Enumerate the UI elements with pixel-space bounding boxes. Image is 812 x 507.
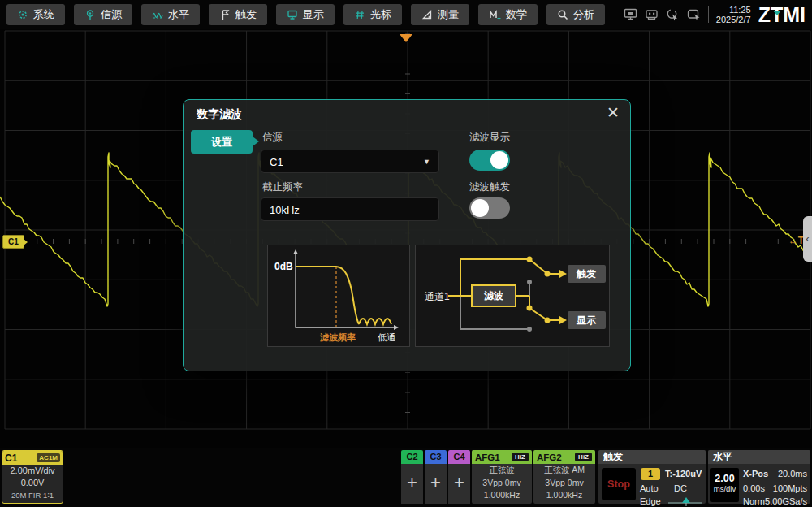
cursor-hash-icon <box>354 9 365 20</box>
c1-ground-marker[interactable]: C1 <box>2 235 24 249</box>
run-stop-indicator[interactable]: Stop <box>602 468 636 500</box>
zero-db-label: 0dB <box>274 261 293 272</box>
filter-freq-label: 滤波频率 <box>319 332 356 342</box>
math-icon <box>489 9 501 20</box>
trigger-level-marker[interactable]: ←T <box>788 235 804 246</box>
channel-c4-block[interactable]: C4 + <box>448 450 470 504</box>
menu-label: 触发 <box>235 7 257 22</box>
oscilloscope-screen: 系统 信源 水平 触发 显示 光标 测量 数学 <box>0 0 812 507</box>
trigger-level[interactable]: T:-120uV <box>665 469 702 479</box>
tab-settings[interactable]: 设置 <box>191 130 253 154</box>
c2-header: C2 <box>401 450 423 464</box>
menu-label: 显示 <box>303 7 324 22</box>
afg1-header: AFG1 HiZ <box>472 450 532 464</box>
filter-trigger-label: 滤波触发 <box>469 180 510 194</box>
trigger-sweep[interactable]: Auto <box>640 483 659 493</box>
xpos-label: X-Pos <box>743 469 768 479</box>
digital-filter-dialog: 数字滤波 ✕ 设置 信源 C1 ▼ 截止频率 10kHz 滤波显示 滤波触发 0… <box>183 99 631 371</box>
c4-add-button[interactable]: + <box>448 464 470 504</box>
c3-header: C3 <box>425 450 447 464</box>
menu-button-measure[interactable]: 测量 <box>411 4 469 25</box>
menu-button-cursor[interactable]: 光标 <box>343 4 402 25</box>
channel-c3-block[interactable]: C3 + <box>425 450 447 504</box>
signal-path-panel: 滤波 触发 显示 通道1 <box>415 245 610 347</box>
trigger-flag-icon <box>219 9 231 20</box>
afg2-frequency: 1.000kHz <box>533 489 595 502</box>
c2-add-button[interactable]: + <box>401 464 423 504</box>
acq-mode[interactable]: Norm <box>743 496 765 506</box>
source-value: C1 <box>270 156 283 168</box>
brand-logo: ZTMI <box>758 3 806 27</box>
trigger-switch-arm <box>529 259 547 274</box>
c1-scale: 2.00mV/div <box>2 465 63 477</box>
menu-button-system[interactable]: 系统 <box>6 4 65 25</box>
menu-button-analyze[interactable]: 分析 <box>546 4 605 25</box>
sample-rate: 5.00GSa/s <box>765 496 807 506</box>
xpos-value[interactable]: 0.00s <box>743 483 765 493</box>
screen-share-icon[interactable] <box>624 8 637 21</box>
filter-display-toggle[interactable] <box>469 150 510 171</box>
c3-add-button[interactable]: + <box>425 464 447 504</box>
usb-device-icon[interactable] <box>645 8 659 21</box>
cutoff-input[interactable]: 10kHz <box>261 197 439 221</box>
c1-extra: 20M FIR 1∶1 <box>2 489 63 501</box>
response-ripple <box>359 318 391 324</box>
afg1-name: AFG1 <box>475 453 500 462</box>
menu-button-trigger[interactable]: 触发 <box>209 4 267 25</box>
trigger-source-badge[interactable]: 1 <box>641 468 660 480</box>
touch-record-icon[interactable] <box>666 8 680 21</box>
timebase-value: 2.00 <box>710 473 739 484</box>
trigger-coupling[interactable]: DC <box>674 483 687 493</box>
menu-button-source[interactable]: 信源 <box>74 4 132 25</box>
trigger-panel-title: 触发 <box>598 450 706 464</box>
menu-label: 分析 <box>573 7 594 22</box>
date: 2025/2/7 <box>716 15 751 24</box>
side-panel-handle[interactable]: ‹ <box>803 216 812 262</box>
display-switch-arm <box>529 308 547 320</box>
menu-label: 数学 <box>506 7 527 22</box>
memory-depth: 100Mpts <box>773 483 807 493</box>
dialog-title: 数字滤波 <box>197 107 242 122</box>
afg1-waveform: 正弦波 <box>472 464 532 477</box>
response-curve <box>296 266 359 324</box>
menu-button-horizontal[interactable]: 水平 <box>141 4 200 25</box>
close-icon[interactable]: ✕ <box>607 104 620 122</box>
timebase-unit: ms/div <box>710 484 739 493</box>
menu-label: 测量 <box>438 7 459 22</box>
afg2-waveform: 正弦波 AM <box>533 464 595 477</box>
c1-offset: 0.00V <box>2 477 63 489</box>
menu-button-math[interactable]: 数学 <box>478 4 538 25</box>
trigger-type[interactable]: Edge <box>640 496 661 506</box>
menu-button-display[interactable]: 显示 <box>276 4 335 25</box>
measure-ruler-icon <box>421 9 433 20</box>
channel-c2-block[interactable]: C2 + <box>401 450 423 504</box>
c1-header: C1 AC1M <box>2 451 63 465</box>
afg2-amplitude: 3Vpp 0mv <box>533 477 595 490</box>
horizontal-panel-title: 水平 <box>708 450 810 464</box>
clock: 11:25 2025/2/7 <box>716 5 751 24</box>
trigger-status-panel: 触发 Stop 1 Auto Edge T:-120uV DC <box>598 450 706 504</box>
wave-icon <box>152 9 163 20</box>
toggle-knob <box>490 151 508 169</box>
antenna-icon <box>84 9 96 20</box>
afg1-block[interactable]: AFG1 HiZ 正弦波 3Vpp 0mv 1.000kHz <box>472 450 532 504</box>
afg2-block[interactable]: AFG2 HiZ 正弦波 AM 3Vpp 0mv 1.000kHz <box>533 450 595 504</box>
source-dropdown[interactable]: C1 ▼ <box>261 150 439 173</box>
source-label: 信源 <box>262 131 283 145</box>
toolbar-right: 11:25 2025/2/7 ZTMI <box>624 3 812 27</box>
gear-icon <box>17 9 28 20</box>
afg1-frequency: 1.000kHz <box>472 489 532 502</box>
c1-coupling-badge: AC1M <box>37 453 60 462</box>
filter-display-label: 滤波显示 <box>469 131 510 145</box>
channel-c1-block[interactable]: C1 AC1M 2.00mV/div 0.00V 20M FIR 1∶1 <box>2 450 63 504</box>
touch-gesture-icon[interactable] <box>687 8 701 21</box>
c1-name: C1 <box>5 453 17 464</box>
c4-header: C4 <box>448 450 470 464</box>
trigger-block-label: 触发 <box>576 268 596 280</box>
filter-trigger-toggle[interactable] <box>469 197 510 219</box>
menu-label: 信源 <box>101 7 122 22</box>
trigger-position-marker[interactable] <box>400 34 412 42</box>
afg2-header: AFG2 HiZ <box>533 450 595 464</box>
timebase-box[interactable]: 2.00 ms/div <box>710 468 739 502</box>
time: 11:25 <box>716 5 751 15</box>
